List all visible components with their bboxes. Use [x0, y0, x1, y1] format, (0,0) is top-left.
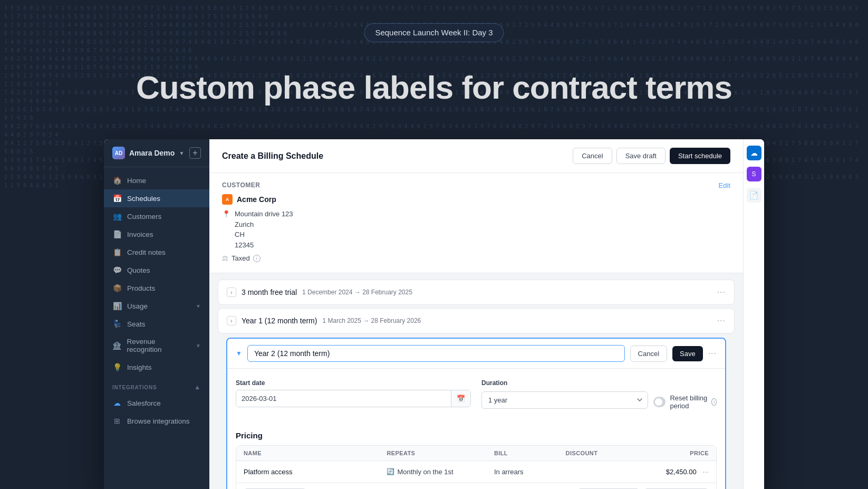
col-header-name: NAME [244, 450, 387, 456]
sidebar-item-credit-notes[interactable]: 📋 Credit notes [104, 243, 209, 261]
reset-billing-toggle[interactable] [653, 397, 666, 407]
pricing-section: Pricing NAME REPEATS BILL DISCOUNT PRICE… [227, 431, 725, 489]
sidebar-item-customers-label: Customers [127, 213, 161, 220]
save-draft-button[interactable]: Save draft [616, 148, 666, 164]
phase-row-2[interactable]: › Year 1 (12 month term) 1 March 2025 → … [218, 309, 734, 333]
phase-name-input[interactable] [247, 345, 625, 362]
headline-text: Custom phase labels for contract terms [0, 69, 868, 106]
phase-editing-section: ▼ Cancel Save ··· Start date � [226, 338, 726, 489]
header-actions: Cancel Save draft Start schedule [573, 148, 730, 164]
phase-more-2[interactable]: ··· [717, 316, 726, 325]
doc-sidebar-icon[interactable]: 📄 [747, 188, 761, 203]
banner-text: Sequence Launch Week II: Day 3 [375, 28, 493, 37]
sidebar: AD Amara Demo ▼ + 🏠 Home 📅 Schedules 👥 C… [104, 139, 209, 489]
sidebar-item-customers[interactable]: 👥 Customers [104, 207, 209, 225]
tax-info-icon[interactable]: i [253, 255, 261, 262]
revenue-expand-arrow: ▼ [196, 343, 201, 349]
sidebar-item-invoices-label: Invoices [127, 231, 153, 238]
reset-billing-info-icon[interactable]: i [711, 398, 717, 406]
products-icon: 📦 [112, 284, 122, 292]
sidebar-item-products-label: Products [127, 284, 155, 292]
customer-section-label: Customer [222, 181, 719, 189]
sidebar-item-home[interactable]: 🏠 Home [104, 171, 209, 189]
customers-icon: 👥 [112, 212, 122, 220]
phase-toggle-2[interactable]: › [227, 316, 236, 325]
integrations-collapse[interactable]: ▲ [194, 383, 201, 391]
col-header-bill: BILL [494, 450, 566, 456]
repeat-icon: 🔄 [387, 468, 394, 475]
date-arrow-1: → [354, 289, 361, 296]
sidebar-item-insights-label: Insights [127, 363, 152, 371]
calendar-icon[interactable]: 📅 [451, 390, 470, 407]
sidebar-item-quotes[interactable]: 💬 Quotes [104, 261, 209, 279]
phase-more-1[interactable]: ··· [717, 287, 726, 297]
sidebar-item-seats-label: Seats [127, 320, 146, 328]
main-headline: Custom phase labels for contract terms [0, 69, 868, 106]
workspace-avatar: AD [112, 147, 125, 159]
pricing-name-1: Platform access [244, 468, 387, 476]
seats-icon: 💺 [112, 320, 122, 328]
sidebar-item-revenue[interactable]: 🏦 Revenue recognition ▼ [104, 333, 209, 358]
start-date-field[interactable] [236, 390, 451, 407]
phase-name-1: 3 month free trial [242, 288, 297, 296]
sidebar-item-salesforce[interactable]: ☁ Salesforce [104, 394, 209, 412]
duration-select[interactable]: 1 year 6 months 3 months Custom [481, 391, 648, 409]
phase-dates-1: 1 December 2024 → 28 February 2025 [302, 289, 412, 296]
sidebar-item-schedules[interactable]: 📅 Schedules [104, 189, 209, 207]
sidebar-item-revenue-label: Revenue recognition [127, 338, 191, 353]
content-body: Customer A Acme Corp 📍 Mountain drive 12… [209, 173, 743, 489]
phase-save-button[interactable]: Save [672, 346, 703, 361]
sidebar-item-seats[interactable]: 💺 Seats [104, 315, 209, 333]
sidebar-item-products[interactable]: 📦 Products [104, 279, 209, 297]
cancel-button[interactable]: Cancel [573, 148, 612, 164]
edit-customer-link[interactable]: Edit [719, 181, 730, 189]
sequence-sidebar-icon[interactable]: S [747, 167, 761, 181]
workspace-selector[interactable]: AD Amara Demo ▼ [112, 147, 184, 159]
customer-name-row: A Acme Corp [222, 194, 719, 205]
phase-cancel-button[interactable]: Cancel [630, 346, 667, 362]
sidebar-item-credit-notes-label: Credit notes [127, 248, 166, 256]
phase-collapse-toggle[interactable]: ▼ [236, 350, 242, 357]
duration-label: Duration [481, 379, 717, 387]
reset-billing-row: Reset billing period i [653, 390, 717, 410]
tax-label: Taxed [232, 254, 250, 262]
location-icon: 📍 [222, 210, 230, 218]
phase-toggle-1[interactable]: › [227, 287, 236, 297]
right-sidebar: ☁ S 📄 [743, 139, 764, 489]
sidebar-item-browse-label: Browse integrations [127, 417, 190, 425]
workspace-chevron: ▼ [179, 150, 184, 156]
start-schedule-button[interactable]: Start schedule [670, 148, 730, 164]
add-workspace-button[interactable]: + [189, 147, 201, 159]
sidebar-item-insights[interactable]: 💡 Insights [104, 358, 209, 376]
customer-tax: ⚖ Taxed i [222, 254, 719, 262]
sidebar-header: AD Amara Demo ▼ + [104, 139, 209, 167]
phase-body: Start date 📅 Duration 1 ye [227, 369, 725, 431]
sidebar-nav: 🏠 Home 📅 Schedules 👥 Customers 📄 Invoice… [104, 167, 209, 489]
salesforce-sidebar-icon[interactable]: ☁ [747, 146, 761, 160]
sidebar-item-quotes-label: Quotes [127, 266, 150, 274]
pricing-table-header: NAME REPEATS BILL DISCOUNT PRICE [236, 446, 716, 461]
pricing-bill-1: In arrears [494, 468, 566, 476]
start-date-group: Start date 📅 [236, 379, 471, 410]
browse-icon: ⊞ [112, 417, 122, 425]
customer-address: 📍 Mountain drive 123 Zurich CH 12345 [222, 209, 719, 250]
duration-group: Duration 1 year 6 months 3 months Custom [481, 379, 717, 410]
sidebar-item-usage[interactable]: 📊 Usage ▼ [104, 297, 209, 315]
credit-notes-icon: 📋 [112, 248, 122, 256]
sidebar-item-invoices[interactable]: 📄 Invoices [104, 225, 209, 243]
integrations-section-label: INTEGRATIONS ▲ [104, 376, 209, 394]
content-header: Create a Billing Schedule Cancel Save dr… [209, 139, 743, 173]
customer-address-text: Mountain drive 123 Zurich CH 12345 [235, 209, 293, 250]
sidebar-item-browse[interactable]: ⊞ Browse integrations [104, 412, 209, 430]
row-more-1[interactable]: ··· [702, 467, 709, 476]
date-arrow-2: → [363, 317, 369, 324]
phase-more-expanded[interactable]: ··· [708, 349, 717, 358]
customer-section: Customer A Acme Corp 📍 Mountain drive 12… [209, 173, 743, 273]
pricing-repeats-1: 🔄 Monthly on the 1st [387, 468, 494, 476]
pricing-table: NAME REPEATS BILL DISCOUNT PRICE Platfor… [236, 445, 717, 489]
insights-icon: 💡 [112, 363, 122, 371]
schedules-icon: 📅 [112, 194, 122, 203]
phase-editing-header: ▼ Cancel Save ··· [227, 339, 725, 369]
phase-row-1[interactable]: › 3 month free trial 1 December 2024 → 2… [218, 280, 734, 304]
workspace-name: Amara Demo [129, 149, 175, 157]
